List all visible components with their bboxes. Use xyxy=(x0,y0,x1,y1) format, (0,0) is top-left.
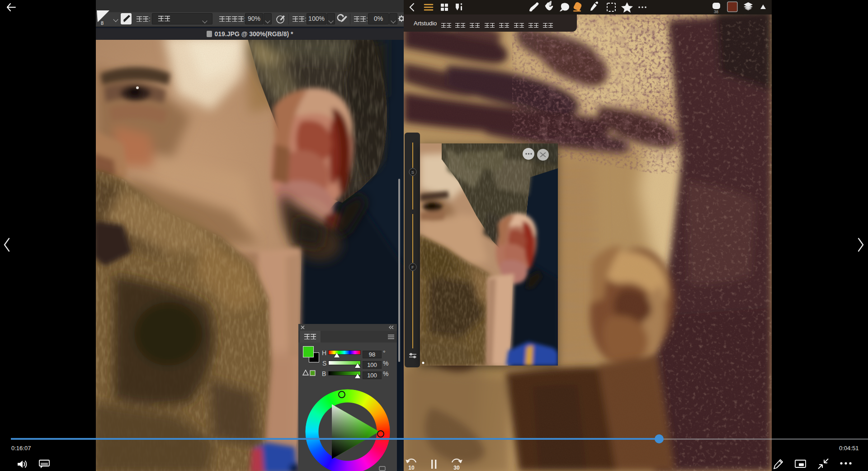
svg-text:38: 38 xyxy=(714,10,718,14)
svg-text:8: 8 xyxy=(101,20,104,26)
svg-text:S: S xyxy=(411,170,414,175)
svg-text:F: F xyxy=(411,265,414,270)
